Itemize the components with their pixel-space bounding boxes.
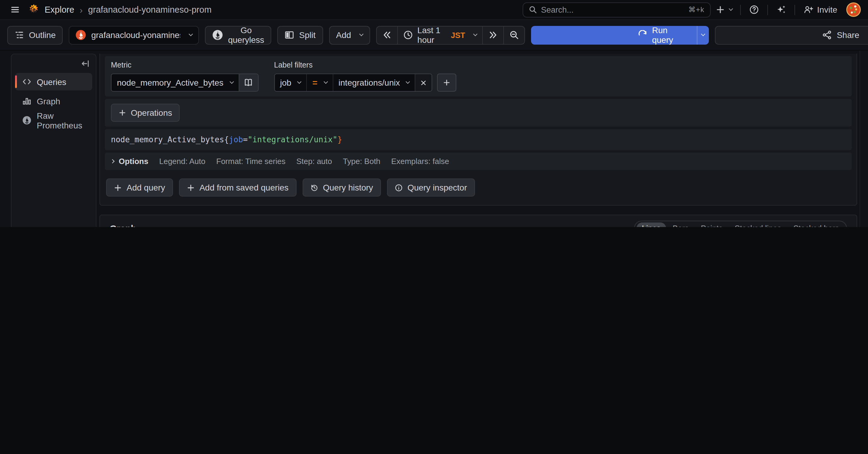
close-icon xyxy=(421,79,427,86)
metric-group: Metric node_memory_Active_bytes xyxy=(111,61,258,92)
filter-key-select[interactable]: job xyxy=(275,74,306,91)
scrollbar-track[interactable] xyxy=(860,51,860,227)
query-label-token: job xyxy=(229,135,243,144)
graph-mode-lines[interactable]: Lines xyxy=(637,222,666,227)
time-picker-group: Last 1 hour JST xyxy=(376,26,525,44)
options-row: Options Legend: AutoFormat: Time seriesS… xyxy=(105,153,852,170)
breadcrumb: Explore › grafanacloud-yonamineso-prom xyxy=(44,4,212,15)
top-nav-right: ⌘+k Invite xyxy=(522,2,861,18)
time-range-label: Last 1 hour xyxy=(417,26,447,44)
remove-filter-button[interactable] xyxy=(415,74,432,91)
add-label: Add xyxy=(336,30,351,40)
zoom-out-button[interactable] xyxy=(503,26,524,44)
collapse-sidebar-icon[interactable] xyxy=(81,59,90,68)
metric-field-label: Metric xyxy=(111,61,258,69)
plus-icon xyxy=(114,184,122,191)
graph-panel-title: Graph xyxy=(110,223,136,227)
breadcrumb-explore[interactable]: Explore xyxy=(44,5,74,14)
filter-value: integrations/unix xyxy=(338,78,400,87)
operations-label: Operations xyxy=(131,108,172,118)
chevron-down-icon xyxy=(360,32,364,36)
query-history-button[interactable]: Query history xyxy=(302,178,381,196)
invite-button[interactable]: Invite xyxy=(800,5,840,14)
time-shift-forward-button[interactable] xyxy=(482,26,503,44)
graph-mode-stacked-lines[interactable]: Stacked lines xyxy=(730,222,787,227)
share-button[interactable]: Share xyxy=(815,26,867,44)
new-dropdown-button[interactable] xyxy=(713,5,735,14)
queryless-prometheus-icon xyxy=(213,30,223,40)
zoom-out-icon xyxy=(509,30,519,40)
search-box[interactable]: ⌘+k xyxy=(522,2,710,17)
query-inspector-button[interactable]: Query inspector xyxy=(387,178,475,196)
sidebar-item-graph[interactable]: Graph xyxy=(15,92,92,110)
chevron-right-icon xyxy=(110,159,115,163)
chevron-down-icon xyxy=(406,80,410,84)
chevron-down-icon xyxy=(323,80,328,84)
option-summary-item: Legend: Auto xyxy=(159,157,205,166)
sync-icon xyxy=(638,30,647,40)
eq-token: = xyxy=(243,135,248,144)
run-query-options-button[interactable] xyxy=(697,26,709,44)
filter-key: job xyxy=(280,78,291,87)
code-icon xyxy=(22,77,31,86)
time-range-button[interactable]: Last 1 hour JST xyxy=(398,26,482,44)
go-queryless-button[interactable]: Go queryless xyxy=(205,26,272,44)
content-outline-sidebar: QueriesGraphRaw Prometheus xyxy=(11,54,96,227)
sparkle-icon xyxy=(776,5,786,14)
sidebar-item-label: Graph xyxy=(37,96,60,106)
graph-mode-points[interactable]: Points xyxy=(695,222,728,227)
plus-icon xyxy=(715,5,725,14)
operations-row: Operations xyxy=(105,99,852,127)
sidebar-item-label: Queries xyxy=(37,77,66,87)
share-icon xyxy=(822,30,832,40)
datasource-picker[interactable]: grafanacloud-yonamineso-prom xyxy=(69,26,199,44)
mega-menu-button[interactable] xyxy=(7,2,23,18)
run-query-split-button: Run query xyxy=(531,26,709,44)
clock-icon xyxy=(404,30,413,40)
filter-operator-select[interactable]: = xyxy=(307,74,333,91)
filter-value-select[interactable]: integrations/unix xyxy=(333,74,415,91)
help-icon xyxy=(749,5,758,14)
book-icon xyxy=(244,78,253,87)
search-input[interactable] xyxy=(541,5,684,14)
split-button[interactable]: Split xyxy=(278,26,323,44)
add-dropdown-button[interactable]: Add xyxy=(329,26,370,44)
option-summary-item: Format: Time series xyxy=(216,157,286,166)
share-label: Share xyxy=(837,30,859,40)
open-brace-token: { xyxy=(224,135,229,144)
options-toggle[interactable]: Options xyxy=(111,157,148,166)
prometheus-icon xyxy=(22,116,31,125)
explore-toolbar: Outline grafanacloud-yonamineso-prom Go … xyxy=(0,20,868,51)
datasource-name: grafanacloud-yonamineso-prom xyxy=(91,30,181,40)
add-query-button[interactable]: Add query xyxy=(106,178,173,196)
query-value-token: "integrations/unix" xyxy=(248,135,337,144)
run-query-button[interactable]: Run query xyxy=(630,26,686,44)
metric-select[interactable]: node_memory_Active_bytes xyxy=(112,74,239,91)
operations-button[interactable]: Operations xyxy=(111,104,180,122)
plus-icon xyxy=(443,79,451,86)
metric-labels-row: Metric node_memory_Active_bytes xyxy=(105,56,852,96)
split-icon xyxy=(285,30,294,40)
grafana-logo-icon[interactable] xyxy=(28,4,40,16)
go-queryless-label: Go queryless xyxy=(228,25,264,44)
ai-assistant-button[interactable] xyxy=(773,2,789,18)
sidebar-item-queries[interactable]: Queries xyxy=(15,73,92,90)
double-chevron-right-icon xyxy=(488,30,498,40)
sidebar-item-raw-prometheus[interactable]: Raw Prometheus xyxy=(15,112,92,129)
metrics-explorer-button[interactable] xyxy=(239,74,258,91)
split-label: Split xyxy=(299,30,315,40)
graph-panel: Graph LinesBarsPointsStacked linesStacke… xyxy=(99,215,857,227)
graph-mode-bars[interactable]: Bars xyxy=(667,222,694,227)
graph-mode-stacked-bars[interactable]: Stacked bars xyxy=(788,222,844,227)
outline-button[interactable]: Outline xyxy=(7,26,63,44)
user-avatar[interactable] xyxy=(846,2,861,17)
main-panels: Metric node_memory_Active_bytes xyxy=(99,51,857,227)
breadcrumb-page[interactable]: grafanacloud-yonamineso-prom xyxy=(88,5,211,14)
add-from-saved-queries-button[interactable]: Add from saved queries xyxy=(179,178,297,196)
option-summary-item: Type: Both xyxy=(343,157,380,166)
help-button[interactable] xyxy=(746,2,762,18)
time-shift-back-button[interactable] xyxy=(377,26,398,44)
chevron-down-icon xyxy=(189,32,193,36)
search-shortcut: ⌘+k xyxy=(688,5,704,14)
add-filter-button[interactable] xyxy=(437,73,457,92)
